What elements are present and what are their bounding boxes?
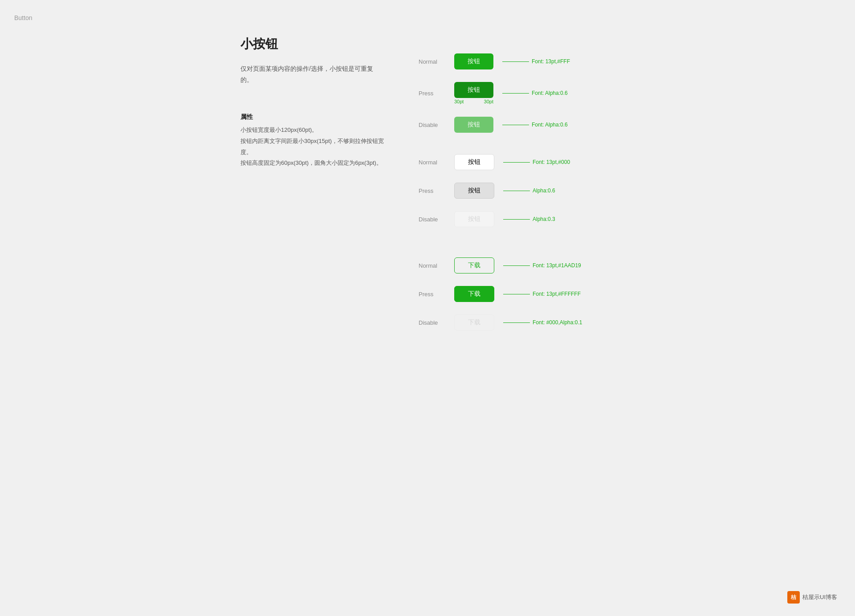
annotation: Font: Alpha:0.6 — [502, 90, 568, 96]
left-panel: 小按钮 仅对页面某项内容的操作/选择，小按钮是可重复的。 属性 小按钮宽度最小1… — [240, 36, 392, 169]
page-label: Button — [14, 14, 32, 21]
annotation-line — [503, 162, 530, 163]
btn-row-secondary-disable: Disable 按钮 Alpha:0.3 — [419, 211, 695, 227]
annotation-text: Font: #000,Alpha:0.1 — [533, 319, 582, 326]
outline-press-button[interactable]: 下载 — [454, 286, 494, 302]
annotation: Font: 13pt,#FFFFFF — [503, 291, 581, 297]
btn-row-outline-press: Press 下载 Font: 13pt,#FFFFFF — [419, 286, 695, 302]
annotation-text: Font: 13pt,#FFF — [532, 58, 570, 65]
annotation: Font: 13pt,#1AAD19 — [503, 262, 581, 269]
btn-demo-area: 下载 Font: 13pt,#1AAD19 — [454, 257, 695, 273]
btn-demo-area: 下载 Font: 13pt,#FFFFFF — [454, 286, 695, 302]
annotation-text: Font: 13pt,#1AAD19 — [533, 262, 581, 269]
primary-press-button[interactable]: 按钮 — [454, 82, 493, 98]
spacing-right: 30pt — [484, 99, 493, 104]
state-label: Normal — [419, 262, 454, 269]
outline-disable-button: 下载 — [454, 314, 494, 330]
spacing-left: 30pt — [454, 99, 464, 104]
btn-row-outline-normal: Normal 下载 Font: 13pt,#1AAD19 — [419, 257, 695, 273]
primary-disable-button: 按钮 — [454, 117, 493, 133]
annotation-text: Font: Alpha:0.6 — [532, 122, 568, 128]
annotation-line — [502, 61, 529, 62]
description: 仅对页面某项内容的操作/选择，小按钮是可重复的。 — [240, 63, 383, 86]
annotation-text: Font: Alpha:0.6 — [532, 90, 568, 96]
annotation-line — [503, 294, 530, 294]
btn-demo-area: 按钮 Alpha:0.3 — [454, 211, 695, 227]
primary-normal-button[interactable]: 按钮 — [454, 53, 493, 69]
annotation-line — [502, 125, 529, 125]
state-label: Press — [419, 90, 454, 97]
state-label: Press — [419, 291, 454, 298]
annotation-line — [502, 93, 529, 94]
state-label: Normal — [419, 58, 454, 65]
annotation-line — [503, 191, 530, 191]
state-label: Normal — [419, 159, 454, 166]
btn-row-secondary-normal: Normal 按钮 Font: 13pt,#000 — [419, 154, 695, 170]
annotation-line — [503, 322, 530, 323]
btn-row-primary-disable: Disable 按钮 Font: Alpha:0.6 — [419, 117, 695, 133]
annotation: Font: 13pt,#FFF — [502, 58, 570, 65]
brand-text: 桔屋示UI博客 — [802, 593, 837, 601]
btn-demo-area: 按钮 Font: Alpha:0.6 — [454, 117, 695, 133]
state-label: Disable — [419, 216, 454, 223]
secondary-disable-button: 按钮 — [454, 211, 494, 227]
btn-row-primary-press: Press 按钮 30pt 30pt Font: Alpha:0.6 — [419, 82, 695, 104]
footer-brand: 桔 桔屋示UI博客 — [787, 591, 837, 604]
secondary-normal-button[interactable]: 按钮 — [454, 154, 494, 170]
spacing-labels: 30pt 30pt — [454, 99, 493, 104]
press-wrapper: 按钮 30pt 30pt — [454, 82, 493, 104]
annotation: Font: #000,Alpha:0.1 — [503, 319, 582, 326]
btn-demo-area: 按钮 Font: 13pt,#FFF — [454, 53, 695, 69]
annotation: Font: Alpha:0.6 — [502, 122, 568, 128]
annotation: Alpha:0.6 — [503, 188, 555, 194]
section-title: 小按钮 — [240, 36, 392, 53]
attributes-title: 属性 — [240, 113, 392, 121]
annotation-line — [503, 265, 530, 266]
annotation-text: Alpha:0.3 — [533, 216, 555, 222]
annotation-text: Alpha:0.6 — [533, 188, 555, 194]
btn-row-secondary-press: Press 按钮 Alpha:0.6 — [419, 183, 695, 199]
right-panel: Normal 按钮 Font: 13pt,#FFF Press 按钮 3 — [419, 36, 695, 343]
annotation-line — [503, 219, 530, 220]
btn-demo-area: 按钮 Font: 13pt,#000 — [454, 154, 695, 170]
btn-row-primary-normal: Normal 按钮 Font: 13pt,#FFF — [419, 53, 695, 69]
annotation: Font: 13pt,#000 — [503, 159, 570, 165]
state-label: Disable — [419, 319, 454, 326]
annotation-text: Font: 13pt,#FFFFFF — [533, 291, 581, 297]
btn-demo-area: 按钮 Alpha:0.6 — [454, 183, 695, 199]
btn-row-outline-disable: Disable 下载 Font: #000,Alpha:0.1 — [419, 314, 695, 330]
attributes-text: 小按钮宽度最小120px(60pt)。 按钮内距离文字间距最小30px(15pt… — [240, 125, 392, 169]
btn-demo-area: 按钮 30pt 30pt Font: Alpha:0.6 — [454, 82, 695, 104]
outline-normal-button[interactable]: 下载 — [454, 257, 494, 273]
annotation-text: Font: 13pt,#000 — [533, 159, 570, 165]
annotation: Alpha:0.3 — [503, 216, 555, 222]
btn-demo-area: 下载 Font: #000,Alpha:0.1 — [454, 314, 695, 330]
state-label: Disable — [419, 122, 454, 128]
secondary-press-button[interactable]: 按钮 — [454, 183, 494, 199]
state-label: Press — [419, 188, 454, 194]
brand-icon: 桔 — [787, 591, 800, 604]
